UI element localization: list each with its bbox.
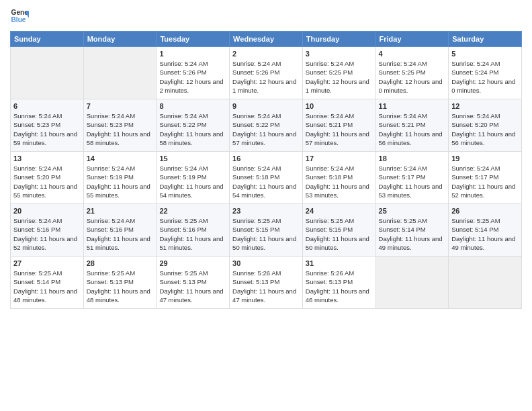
day-number: 9 <box>232 102 300 110</box>
day-number: 30 <box>232 259 300 267</box>
day-info: Sunrise: 5:24 AMSunset: 5:18 PMDaylight:… <box>232 164 300 199</box>
day-number: 28 <box>87 259 154 267</box>
day-number: 3 <box>306 50 373 58</box>
calendar-cell: 17Sunrise: 5:24 AMSunset: 5:18 PMDayligh… <box>302 152 375 204</box>
day-info: Sunrise: 5:25 AMSunset: 5:13 PMDaylight:… <box>159 269 226 304</box>
calendar-cell: 31Sunrise: 5:26 AMSunset: 5:13 PMDayligh… <box>302 257 375 309</box>
day-number: 22 <box>159 207 226 215</box>
day-number: 20 <box>13 207 81 215</box>
day-info: Sunrise: 5:24 AMSunset: 5:24 PMDaylight:… <box>451 59 519 95</box>
week-row-3: 13Sunrise: 5:24 AMSunset: 5:20 PMDayligh… <box>11 152 522 204</box>
calendar-cell: 23Sunrise: 5:25 AMSunset: 5:15 PMDayligh… <box>230 204 303 257</box>
calendar-cell <box>449 257 522 309</box>
week-row-5: 27Sunrise: 5:25 AMSunset: 5:14 PMDayligh… <box>11 257 522 309</box>
day-info: Sunrise: 5:25 AMSunset: 5:15 PMDaylight:… <box>232 216 300 252</box>
day-number: 10 <box>306 102 373 110</box>
day-info: Sunrise: 5:24 AMSunset: 5:18 PMDaylight:… <box>306 164 373 199</box>
calendar-cell: 24Sunrise: 5:25 AMSunset: 5:15 PMDayligh… <box>302 204 375 257</box>
calendar-cell: 4Sunrise: 5:24 AMSunset: 5:25 PMDaylight… <box>375 47 449 99</box>
day-number: 8 <box>159 102 226 110</box>
calendar-cell: 28Sunrise: 5:25 AMSunset: 5:13 PMDayligh… <box>83 257 157 309</box>
day-number: 25 <box>379 207 446 215</box>
day-info: Sunrise: 5:24 AMSunset: 5:23 PMDaylight:… <box>13 111 81 147</box>
day-info: Sunrise: 5:25 AMSunset: 5:13 PMDaylight:… <box>87 269 154 304</box>
day-info: Sunrise: 5:25 AMSunset: 5:14 PMDaylight:… <box>13 269 81 304</box>
calendar-cell: 7Sunrise: 5:24 AMSunset: 5:23 PMDaylight… <box>83 99 157 152</box>
day-info: Sunrise: 5:24 AMSunset: 5:17 PMDaylight:… <box>451 164 519 199</box>
calendar-cell: 15Sunrise: 5:24 AMSunset: 5:19 PMDayligh… <box>157 152 230 204</box>
header-friday: Friday <box>375 32 449 47</box>
day-number: 5 <box>451 50 519 58</box>
day-number: 6 <box>13 102 81 110</box>
calendar-table: SundayMondayTuesdayWednesdayThursdayFrid… <box>10 31 522 309</box>
calendar-cell: 6Sunrise: 5:24 AMSunset: 5:23 PMDaylight… <box>11 99 84 152</box>
calendar-cell: 18Sunrise: 5:24 AMSunset: 5:17 PMDayligh… <box>375 152 449 204</box>
calendar-cell: 3Sunrise: 5:24 AMSunset: 5:25 PMDaylight… <box>302 47 375 99</box>
day-number: 2 <box>232 50 300 58</box>
calendar-cell: 22Sunrise: 5:25 AMSunset: 5:16 PMDayligh… <box>157 204 230 257</box>
day-info: Sunrise: 5:24 AMSunset: 5:26 PMDaylight:… <box>159 59 226 95</box>
day-info: Sunrise: 5:24 AMSunset: 5:23 PMDaylight:… <box>87 111 154 147</box>
day-number: 24 <box>306 207 373 215</box>
calendar-cell: 8Sunrise: 5:24 AMSunset: 5:22 PMDaylight… <box>157 99 230 152</box>
day-number: 15 <box>159 154 226 163</box>
day-info: Sunrise: 5:25 AMSunset: 5:16 PMDaylight:… <box>159 216 226 252</box>
day-number: 17 <box>306 154 373 163</box>
calendar-cell: 5Sunrise: 5:24 AMSunset: 5:24 PMDaylight… <box>449 47 522 99</box>
day-number: 1 <box>159 50 226 58</box>
day-info: Sunrise: 5:24 AMSunset: 5:21 PMDaylight:… <box>306 111 373 147</box>
calendar-cell: 21Sunrise: 5:24 AMSunset: 5:16 PMDayligh… <box>83 204 157 257</box>
calendar-cell: 27Sunrise: 5:25 AMSunset: 5:14 PMDayligh… <box>11 257 84 309</box>
day-number: 7 <box>87 102 154 110</box>
calendar-cell: 26Sunrise: 5:25 AMSunset: 5:14 PMDayligh… <box>449 204 522 257</box>
day-info: Sunrise: 5:24 AMSunset: 5:22 PMDaylight:… <box>232 111 300 147</box>
day-number: 26 <box>451 207 519 215</box>
day-info: Sunrise: 5:24 AMSunset: 5:20 PMDaylight:… <box>451 111 519 147</box>
header-tuesday: Tuesday <box>157 32 230 47</box>
calendar-cell: 9Sunrise: 5:24 AMSunset: 5:22 PMDaylight… <box>230 99 303 152</box>
day-number: 31 <box>306 259 373 267</box>
calendar-cell: 11Sunrise: 5:24 AMSunset: 5:21 PMDayligh… <box>375 99 449 152</box>
day-info: Sunrise: 5:24 AMSunset: 5:25 PMDaylight:… <box>379 59 446 95</box>
day-info: Sunrise: 5:25 AMSunset: 5:14 PMDaylight:… <box>379 216 446 252</box>
header-monday: Monday <box>83 32 157 47</box>
calendar-cell: 12Sunrise: 5:24 AMSunset: 5:20 PMDayligh… <box>449 99 522 152</box>
day-info: Sunrise: 5:24 AMSunset: 5:19 PMDaylight:… <box>87 164 154 199</box>
day-info: Sunrise: 5:24 AMSunset: 5:16 PMDaylight:… <box>13 216 81 252</box>
day-number: 23 <box>232 207 300 215</box>
day-number: 18 <box>379 154 446 163</box>
page-header: General Blue <box>10 7 522 26</box>
header-saturday: Saturday <box>449 32 522 47</box>
week-row-2: 6Sunrise: 5:24 AMSunset: 5:23 PMDaylight… <box>11 99 522 152</box>
day-info: Sunrise: 5:26 AMSunset: 5:13 PMDaylight:… <box>232 269 300 304</box>
header-wednesday: Wednesday <box>230 32 303 47</box>
calendar-cell: 30Sunrise: 5:26 AMSunset: 5:13 PMDayligh… <box>230 257 303 309</box>
calendar-cell: 19Sunrise: 5:24 AMSunset: 5:17 PMDayligh… <box>449 152 522 204</box>
day-info: Sunrise: 5:24 AMSunset: 5:16 PMDaylight:… <box>87 216 154 252</box>
calendar-cell: 10Sunrise: 5:24 AMSunset: 5:21 PMDayligh… <box>302 99 375 152</box>
calendar-header-row: SundayMondayTuesdayWednesdayThursdayFrid… <box>11 32 522 47</box>
day-number: 21 <box>87 207 154 215</box>
day-number: 27 <box>13 259 81 267</box>
day-number: 29 <box>159 259 226 267</box>
day-info: Sunrise: 5:24 AMSunset: 5:22 PMDaylight:… <box>159 111 226 147</box>
day-info: Sunrise: 5:24 AMSunset: 5:20 PMDaylight:… <box>13 164 81 199</box>
day-number: 11 <box>379 102 446 110</box>
day-number: 13 <box>13 154 81 163</box>
day-number: 12 <box>451 102 519 110</box>
calendar-cell: 29Sunrise: 5:25 AMSunset: 5:13 PMDayligh… <box>157 257 230 309</box>
day-info: Sunrise: 5:26 AMSunset: 5:13 PMDaylight:… <box>306 269 373 304</box>
day-info: Sunrise: 5:24 AMSunset: 5:21 PMDaylight:… <box>379 111 446 147</box>
day-info: Sunrise: 5:25 AMSunset: 5:14 PMDaylight:… <box>451 216 519 252</box>
calendar-cell: 13Sunrise: 5:24 AMSunset: 5:20 PMDayligh… <box>11 152 84 204</box>
day-info: Sunrise: 5:25 AMSunset: 5:15 PMDaylight:… <box>306 216 373 252</box>
svg-text:Blue: Blue <box>11 16 26 24</box>
header-sunday: Sunday <box>11 32 84 47</box>
calendar-cell <box>375 257 449 309</box>
calendar-cell: 2Sunrise: 5:24 AMSunset: 5:26 PMDaylight… <box>230 47 303 99</box>
calendar-cell <box>11 47 84 99</box>
calendar-cell <box>83 47 157 99</box>
logo: General Blue <box>10 7 29 26</box>
day-info: Sunrise: 5:24 AMSunset: 5:19 PMDaylight:… <box>159 164 226 199</box>
calendar-cell: 1Sunrise: 5:24 AMSunset: 5:26 PMDaylight… <box>157 47 230 99</box>
